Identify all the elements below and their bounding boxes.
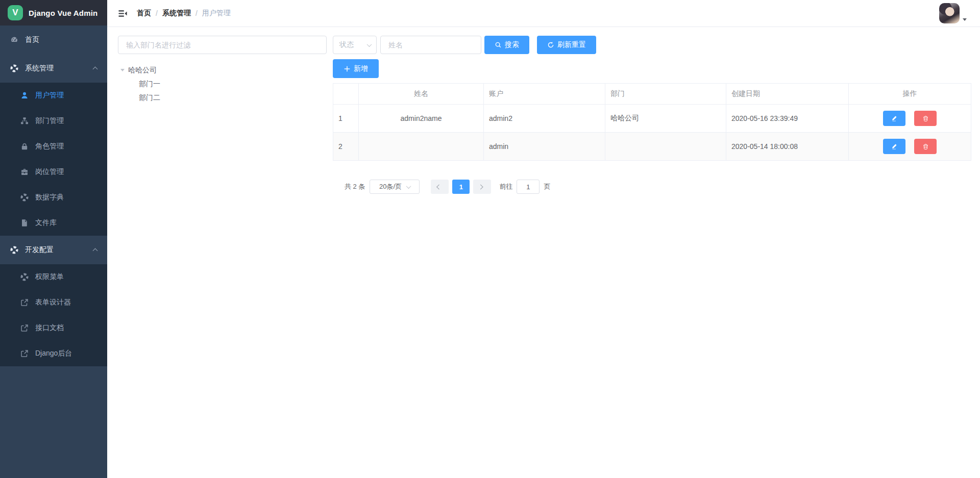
search-button-label: 搜索 [505, 40, 519, 49]
add-user-button[interactable]: 新增 [333, 59, 379, 78]
cell-index: 1 [333, 105, 359, 133]
component-icon [10, 64, 18, 72]
status-select-value: 状态 [339, 40, 354, 49]
edit-user-button[interactable] [883, 139, 905, 154]
col-header-account: 账户 [484, 84, 605, 105]
refresh-reset-label: 刷新重置 [557, 40, 586, 49]
sidebar-item-form-designer[interactable]: 表单设计器 [0, 290, 107, 315]
sidebar-item-label: 权限菜单 [35, 272, 64, 282]
sidebar-item-django-admin[interactable]: Django后台 [0, 341, 107, 366]
page-size-select[interactable]: 20条/页 [370, 180, 420, 194]
cell-actions [849, 105, 971, 133]
sidebar-group-label: 开发配置 [25, 245, 54, 255]
user-table: 姓名 账户 部门 创建日期 操作 1 admin2name admin2 哈哈公… [333, 83, 971, 161]
app-title: Django Vue Admin [29, 9, 97, 17]
user-panel: 状态 搜索 刷新重置 新增 [333, 36, 971, 194]
top-navbar: 首页 / 系统管理 / 用户管理 [107, 0, 980, 27]
search-button[interactable]: 搜索 [484, 36, 529, 54]
sidebar-item-roles[interactable]: 角色管理 [0, 134, 107, 159]
navbar-user-area [939, 3, 967, 23]
plus-icon [344, 65, 351, 72]
col-header-actions: 操作 [849, 84, 971, 105]
tree-node-label: 部门二 [139, 93, 160, 103]
cell-department [605, 133, 726, 161]
tree-node-child[interactable]: 部门二 [118, 91, 327, 105]
cell-name [359, 133, 484, 161]
tree-node-root[interactable]: 哈哈公司 [118, 63, 327, 77]
breadcrumb-separator: / [156, 9, 158, 17]
chevron-down-icon [367, 42, 372, 47]
cell-account: admin [484, 133, 605, 161]
sidebar-item-label: 接口文档 [35, 323, 64, 333]
department-tree: 哈哈公司 部门一 部门二 [118, 63, 327, 105]
goto-page-input[interactable] [517, 180, 540, 194]
sidebar-item-label: 文件库 [35, 218, 57, 228]
external-link-icon [20, 324, 29, 332]
trash-icon [922, 115, 929, 122]
cell-name: admin2name [359, 105, 484, 133]
edit-pencil-icon [891, 143, 897, 150]
briefcase-icon [20, 168, 29, 176]
sidebar-item-label: 岗位管理 [35, 167, 64, 177]
sidebar-item-home[interactable]: 首页 [0, 26, 107, 54]
name-filter-input[interactable] [380, 36, 481, 54]
user-icon [20, 91, 29, 99]
sidebar-item-users[interactable]: 用户管理 [0, 83, 107, 108]
component-icon [20, 273, 29, 281]
sidebar-item-label: Django后台 [35, 349, 72, 358]
cell-created: 2020-05-14 18:00:08 [726, 133, 849, 161]
lock-icon [20, 142, 29, 150]
sidebar-group-dev[interactable]: 开发配置 [0, 236, 107, 264]
cell-actions [849, 133, 971, 161]
sidebar-group-system[interactable]: 系统管理 [0, 54, 107, 83]
main-area: 首页 / 系统管理 / 用户管理 哈哈公司 部门一 [107, 0, 980, 478]
breadcrumb-system[interactable]: 系统管理 [162, 9, 191, 18]
department-filter-input[interactable] [118, 36, 327, 54]
sidebar: V Django Vue Admin 首页 系统管理 用户管理 [0, 0, 107, 478]
breadcrumb-separator: / [195, 9, 198, 17]
table-row: 2 admin 2020-05-14 18:00:08 [333, 133, 971, 161]
org-tree-icon [20, 117, 29, 125]
sidebar-item-label: 数据字典 [35, 193, 64, 202]
app-logo-bar[interactable]: V Django Vue Admin [0, 0, 107, 26]
filter-row: 状态 搜索 刷新重置 [333, 36, 971, 54]
refresh-reset-button[interactable]: 刷新重置 [537, 36, 596, 54]
sidebar-item-permission-menu[interactable]: 权限菜单 [0, 264, 107, 290]
delete-user-button[interactable] [914, 139, 937, 154]
delete-user-button[interactable] [914, 111, 937, 126]
chevron-down-icon[interactable] [963, 18, 967, 21]
breadcrumb-current: 用户管理 [202, 9, 231, 18]
sidebar-item-posts[interactable]: 岗位管理 [0, 159, 107, 185]
breadcrumb: 首页 / 系统管理 / 用户管理 [137, 9, 231, 18]
trash-icon [922, 143, 929, 150]
breadcrumb-home[interactable]: 首页 [137, 9, 151, 18]
page-number-button[interactable]: 1 [452, 180, 470, 194]
chevron-left-icon [437, 184, 442, 189]
cell-index: 2 [333, 133, 359, 161]
tree-node-child[interactable]: 部门一 [118, 77, 327, 91]
edit-user-button[interactable] [883, 111, 905, 126]
department-panel: 哈哈公司 部门一 部门二 [118, 36, 327, 105]
cell-created: 2020-05-16 23:39:49 [726, 105, 849, 133]
prev-page-button[interactable] [431, 180, 449, 194]
external-link-icon [20, 298, 29, 307]
tree-expand-icon[interactable] [120, 69, 125, 71]
user-avatar[interactable] [939, 3, 960, 23]
sidebar-item-departments[interactable]: 部门管理 [0, 108, 107, 134]
pagination: 共 2 条 20条/页 1 前往 页 [345, 180, 971, 194]
chevron-up-icon [93, 248, 98, 254]
component-icon [10, 246, 18, 254]
next-page-button[interactable] [473, 180, 491, 194]
sidebar-item-api-docs[interactable]: 接口文档 [0, 315, 107, 341]
col-header-index [333, 84, 359, 105]
chevron-down-icon [406, 184, 411, 189]
col-header-created: 创建日期 [726, 84, 849, 105]
sidebar-item-label: 角色管理 [35, 142, 64, 151]
sidebar-menu: 首页 系统管理 用户管理 部门管理 角色管理 [0, 26, 107, 366]
sidebar-item-dictionary[interactable]: 数据字典 [0, 185, 107, 210]
sidebar-item-files[interactable]: 文件库 [0, 210, 107, 236]
pagination-total: 共 2 条 [345, 182, 365, 191]
app-logo-icon: V [8, 5, 23, 20]
hamburger-icon[interactable] [118, 9, 128, 18]
status-select[interactable]: 状态 [333, 36, 377, 54]
